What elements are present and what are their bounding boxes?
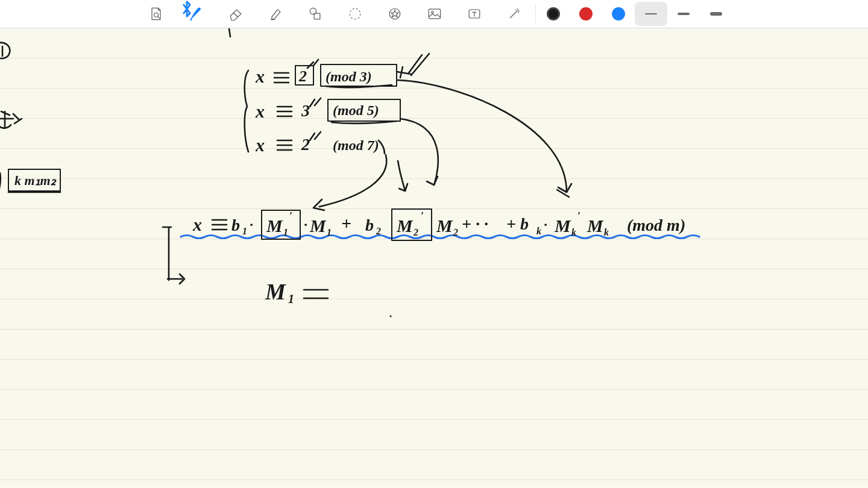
svg-text:x: x — [192, 214, 202, 234]
svg-text:·: · — [304, 217, 307, 233]
tool-group-drawing — [136, 2, 534, 26]
svg-rect-5 — [429, 9, 440, 19]
lasso-icon — [347, 5, 363, 22]
svg-text:M: M — [436, 216, 453, 236]
svg-text:M: M — [396, 216, 414, 236]
svg-text:+ · ·: + · · — [462, 214, 488, 233]
svg-text:1: 1 — [288, 292, 294, 305]
svg-text:x: x — [255, 101, 265, 121]
svg-text:x: x — [255, 66, 265, 86]
svg-text:′: ′ — [421, 210, 424, 222]
pen-tool[interactable] — [176, 2, 216, 26]
svg-text:(mod 5): (mod 5) — [333, 102, 379, 118]
svg-point-6 — [431, 11, 433, 14]
highlighter-tool[interactable] — [256, 2, 295, 26]
svg-text:M: M — [309, 216, 327, 236]
svg-text:·: · — [544, 217, 547, 233]
svg-text:3: 3 — [301, 101, 310, 120]
svg-text:2: 2 — [376, 226, 381, 236]
svg-rect-2 — [314, 13, 320, 19]
image-tool[interactable] — [415, 2, 454, 26]
stroke-thick[interactable] — [700, 2, 732, 26]
stamp-tool[interactable] — [375, 2, 415, 26]
svg-text:(mod 7): (mod 7) — [333, 137, 379, 153]
side-box: k m₁m₂ — [0, 169, 60, 192]
margin-cn-text — [0, 111, 22, 128]
toolbar — [0, 0, 868, 28]
find-on-page-icon — [148, 5, 165, 22]
svg-text:M: M — [265, 279, 286, 304]
svg-text:1: 1 — [283, 227, 288, 237]
svg-point-3 — [350, 8, 360, 19]
svg-text:M: M — [266, 216, 283, 236]
stroke-thin[interactable] — [635, 2, 667, 26]
congruence-3: x 2 (mod 7) — [255, 132, 385, 155]
text-icon — [466, 5, 483, 22]
svg-text:2: 2 — [413, 227, 418, 237]
congruence-2: x 3 (mod 5) — [255, 98, 400, 124]
svg-text:2: 2 — [453, 227, 458, 237]
stroke-group — [635, 2, 732, 26]
wand-icon — [506, 5, 523, 22]
congruence-1: x 2 (mod 3) — [255, 60, 397, 87]
svg-text:k: k — [604, 227, 609, 237]
svg-text:′: ′ — [289, 210, 292, 222]
svg-text:+: + — [341, 213, 351, 233]
red-swatch-icon — [579, 7, 593, 20]
bluetooth-icon — [178, 1, 195, 19]
system-brace — [245, 70, 248, 152]
shapes-icon — [307, 5, 324, 22]
handwriting-layer: k m₁m₂ x 2 (mod 3) x 3 (mod 5) — [0, 28, 868, 488]
thin-line-icon — [645, 13, 657, 14]
stroke-medium[interactable] — [667, 2, 700, 26]
svg-point-53 — [390, 316, 392, 318]
image-icon — [426, 5, 443, 22]
svg-text:(mod 3): (mod 3) — [326, 69, 372, 84]
bracket-down — [163, 227, 171, 280]
medium-line-icon — [678, 13, 690, 15]
svg-text:1: 1 — [242, 226, 247, 236]
side-box-text: k m₁m₂ — [14, 173, 57, 188]
text-tool[interactable] — [454, 2, 494, 26]
svg-text:k: k — [571, 227, 576, 237]
eraser-tool[interactable] — [216, 2, 256, 26]
color-blue[interactable] — [602, 2, 635, 26]
note-canvas[interactable]: k m₁m₂ x 2 (mod 3) x 3 (mod 5) — [0, 28, 868, 488]
svg-text:M: M — [554, 216, 571, 236]
svg-text:x: x — [255, 135, 265, 155]
wand-tool[interactable] — [494, 2, 534, 26]
shapes-tool[interactable] — [295, 2, 335, 26]
svg-text:b: b — [365, 216, 374, 234]
color-black[interactable] — [537, 2, 570, 26]
svg-text:2: 2 — [301, 135, 310, 154]
svg-text:·: · — [250, 217, 253, 233]
color-red[interactable] — [570, 2, 602, 26]
find-tool[interactable] — [136, 2, 176, 26]
highlighter-icon — [267, 5, 284, 22]
eraser-icon — [227, 5, 244, 22]
stamp-icon — [386, 5, 403, 22]
thick-line-icon — [710, 12, 722, 16]
svg-text:b: b — [231, 216, 240, 234]
svg-text:1: 1 — [327, 227, 332, 237]
svg-text:k: k — [536, 226, 541, 236]
svg-text:+ b: + b — [506, 214, 529, 233]
margin-symbol — [0, 43, 10, 58]
formula-underline — [181, 236, 699, 239]
svg-text:M: M — [587, 216, 604, 236]
svg-text:(mod m): (mod m) — [627, 216, 685, 234]
lasso-tool[interactable] — [335, 2, 375, 26]
black-swatch-icon — [547, 7, 560, 20]
svg-point-0 — [154, 13, 158, 17]
m1-equals: M 1 — [265, 279, 392, 318]
blue-swatch-icon — [612, 7, 625, 20]
svg-text:′: ′ — [577, 210, 580, 222]
toolbar-separator — [535, 5, 536, 23]
color-group — [537, 2, 635, 26]
crt-formula: x b 1 · M 1 ′ · M 1 + b 2 M 2 ′ M 2 + · … — [192, 209, 685, 240]
svg-text:2: 2 — [298, 67, 307, 85]
